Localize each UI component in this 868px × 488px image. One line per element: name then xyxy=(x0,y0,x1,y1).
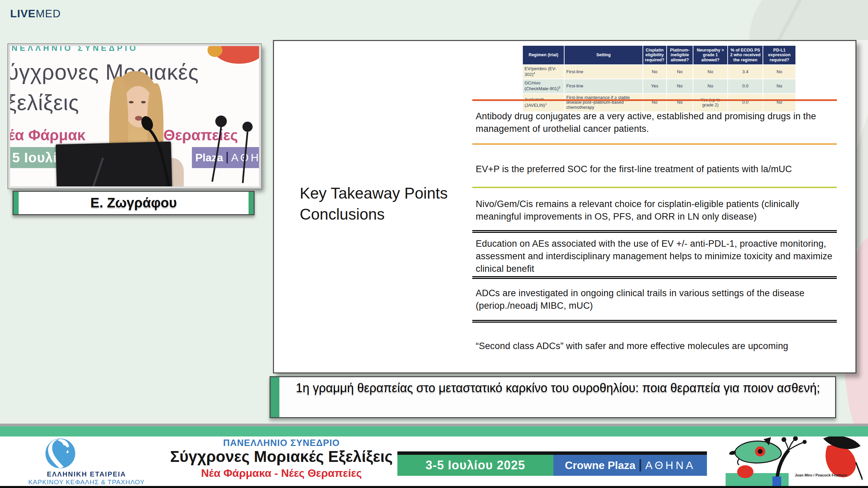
speaker-name: Ε. Ζωγράφου xyxy=(14,195,254,210)
slide-heading-line2: Conclusions xyxy=(300,204,448,225)
table-cell: No xyxy=(763,65,796,79)
livemed-logo-med: MED xyxy=(36,7,61,20)
speaker-name-bar: Ε. Ζωγράφου xyxy=(13,191,255,215)
bullet-divider xyxy=(472,276,837,279)
slide-heading: Key Takeaway Points Conclusions xyxy=(300,183,448,225)
takeaway-bullet: EV+P is the preferred SOC for the first-… xyxy=(476,163,839,176)
venue-badge: Crowne PlazaΑΘΗΝΑ xyxy=(553,455,707,476)
footnote-marker: 4 xyxy=(533,72,535,75)
footer-shadow xyxy=(0,424,868,426)
slide-heading-line1: Key Takeaway Points xyxy=(300,183,448,204)
table-cell-regimen: GC/nivo (CheckMate-901)5 xyxy=(522,79,564,93)
footnote-marker: 5 xyxy=(558,86,560,89)
table-cell: No xyxy=(667,79,693,93)
table-cell: No xyxy=(643,65,667,79)
table-cell: 0.0 xyxy=(728,94,763,112)
regimen-name: EV/pembro (EV-302) xyxy=(525,66,556,77)
feather-dot-icon xyxy=(242,122,253,132)
artwork-caption: Joan Miro / Peacock Feathers xyxy=(795,473,863,477)
table-cell: First-line xyxy=(564,79,643,93)
lecture-title: 1η γραμμή θεραπείας στο μεταστατικό καρκ… xyxy=(291,379,825,397)
venue-separator xyxy=(639,459,641,471)
table-header-cell: Setting xyxy=(564,45,643,65)
table-row: EV/pembro (EV-302)4 First-line No No No … xyxy=(522,65,796,79)
table-cell-regimen: Avelumab (JAVELIN)1 xyxy=(522,94,564,112)
video-scene: ΝΕΛΛΗΝΙΟ ΣΥΝΕΔΡΙΟ ύγχρονες Μοριακές ξελί… xyxy=(10,46,259,186)
table-header-cell: PD-L1 expression required? xyxy=(763,45,796,65)
slide-panel: Key Takeaway Points Conclusions Regimen … xyxy=(273,40,856,373)
footer-green-strip xyxy=(0,426,868,436)
table-header-cell: % of ECOG PS 2 who received the regimen xyxy=(728,45,763,65)
microphone-gooseneck xyxy=(149,129,169,186)
bullet-divider xyxy=(472,320,837,323)
table-cell: First-line maintenance if ≥ stable disea… xyxy=(564,94,643,112)
livemed-logo: LIVEMED xyxy=(10,7,61,20)
bullet-divider xyxy=(472,143,837,145)
table-row: GC/nivo (CheckMate-901)5 First-line Yes … xyxy=(522,79,796,93)
table-header-cell: Cisplatin eligibility required? xyxy=(643,45,667,65)
congress-subtitle: Νέα Φάρμακα - Νέες Θεραπείες xyxy=(173,467,390,480)
orange-rule xyxy=(472,99,837,101)
livemed-logo-live: LIVE xyxy=(10,7,36,20)
table-cell: First-line xyxy=(564,65,643,79)
table-cell: No xyxy=(763,94,796,112)
table-cell: Yes xyxy=(643,79,667,93)
takeaway-bullet: “Second class ADCs” with safer and more … xyxy=(476,340,839,352)
venue-name: Crowne Plaza xyxy=(565,459,635,471)
microphone-and-feathers-overlay xyxy=(10,46,259,186)
table-cell: No xyxy=(667,65,693,79)
society-logo xyxy=(39,437,80,470)
lecture-bar-green-edge xyxy=(271,377,279,417)
takeaway-bullet: ADCs are investigated in ongoing clinica… xyxy=(476,287,839,312)
bullet-divider xyxy=(472,230,837,233)
miro-artwork xyxy=(726,436,863,486)
bullet-divider xyxy=(472,187,837,188)
badge-top-strip xyxy=(397,451,707,455)
feather-stem xyxy=(212,127,221,182)
table-header-cell: Neuropathy > grade 1 allowed? xyxy=(693,45,728,65)
lecture-title-bar: 1η γραμμή θεραπείας στο μεταστατικό καρκ… xyxy=(270,376,836,418)
table-row: Avelumab (JAVELIN)1 First-line maintenan… xyxy=(522,94,796,112)
takeaway-bullet: Education on AEs associated with the use… xyxy=(476,238,839,275)
congress-title: Σύγχρονες Μοριακές Εξελίξεις xyxy=(159,447,403,466)
regimen-table: Regimen (trial) Setting Cisplatin eligib… xyxy=(522,45,796,112)
table-header-cell: Platinum-ineligible allowed? xyxy=(667,45,693,65)
table-cell: No xyxy=(667,94,693,112)
date-badge: 3-5 Ιουλίου 2025 xyxy=(397,455,553,476)
society-name-line1: ΕΛΛΗΝΙΚΗ ΕΤΑΙΡΕΙΑ xyxy=(14,470,159,478)
miro-large-red-shape xyxy=(826,445,856,477)
feather-stem xyxy=(243,132,248,183)
miro-thin-line xyxy=(856,462,863,480)
regimen-name: GC/nivo (CheckMate-901) xyxy=(525,80,558,91)
venue-city: ΑΘΗΝΑ xyxy=(645,459,695,471)
miro-feather-stem xyxy=(785,441,789,450)
congress-kicker: ΠΑΝΕΛΛΗΝΙΟ ΣΥΝΕΔΡΙΟ xyxy=(186,438,376,448)
table-cell: No xyxy=(643,94,667,112)
takeaway-bullet: Nivo/Gem/Cis remains a relevant choice f… xyxy=(476,198,839,223)
takeaway-bullet: Antibody drug conjugates are a very acti… xyxy=(476,110,839,135)
table-cell: No xyxy=(693,79,728,93)
footnote-marker: 1 xyxy=(545,102,547,106)
regimen-name: Avelumab (JAVELIN) xyxy=(525,97,545,108)
microphone-icon xyxy=(139,114,155,132)
feather-dot-icon xyxy=(215,116,227,127)
livestream-page: LIVEMED ΝΕΛΛΗΝΙΟ ΣΥΝΕΔΡΙΟ ύγχρονες Μορια… xyxy=(0,0,868,488)
society-name-line2: ΚΑΡΚΙΝΟΥ ΚΕΦΑΛΗΣ & ΤΡΑΧΗΛΟΥ xyxy=(3,479,170,486)
table-cell: 3.4 xyxy=(728,65,763,79)
table-cell-regimen: EV/pembro (EV-302)4 xyxy=(522,65,564,79)
miro-feather-dot xyxy=(803,440,807,444)
table-cell: No xyxy=(763,79,796,93)
table-cell: Yes (up to grade 2) xyxy=(693,94,728,112)
table-cell: No xyxy=(693,65,728,79)
miro-bird-chin-line xyxy=(738,459,739,465)
miro-red-blob xyxy=(737,465,753,478)
miro-bird-eye xyxy=(758,449,763,454)
footer-black-strip xyxy=(0,486,868,488)
table-cell: 0.0 xyxy=(728,79,763,93)
speaker-video-feed: ΝΕΛΛΗΝΙΟ ΣΥΝΕΔΡΙΟ ύγχρονες Μοριακές ξελί… xyxy=(8,44,261,188)
miro-blue-segment xyxy=(772,476,781,486)
miro-feather-dot xyxy=(782,437,786,442)
table-header-cell: Regimen (trial) xyxy=(522,45,564,65)
